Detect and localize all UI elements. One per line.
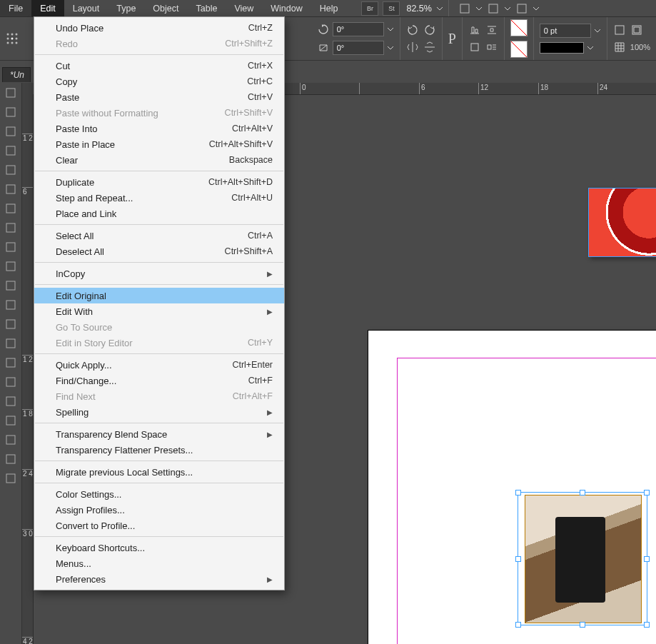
menuitem-paste[interactable]: PasteCtrl+V xyxy=(34,89,284,105)
menuitem-spelling[interactable]: Spelling▶ xyxy=(34,404,284,420)
zoom-tool[interactable] xyxy=(1,392,20,411)
chevron-down-icon[interactable] xyxy=(533,5,540,12)
note-tool[interactable] xyxy=(1,334,20,353)
menuitem-transparency-flattener-presets[interactable]: Transparency Flattener Presets... xyxy=(34,442,284,458)
menuitem-edit-with[interactable]: Edit With▶ xyxy=(34,303,284,319)
handle-tr[interactable] xyxy=(644,490,650,495)
flip-h-icon[interactable] xyxy=(406,41,419,54)
stroke-none-swatch[interactable] xyxy=(510,41,528,58)
page-tool[interactable] xyxy=(1,122,20,141)
pencil-tool[interactable] xyxy=(1,238,20,256)
menuitem-convert-to-profile[interactable]: Convert to Profile... xyxy=(34,518,284,533)
menuitem-select-all[interactable]: Select AllCtrl+A xyxy=(34,228,284,243)
eyedropper-tool[interactable] xyxy=(1,353,20,372)
menu-type[interactable]: Type xyxy=(108,0,144,16)
menuitem-place-and-link[interactable]: Place and Link xyxy=(34,206,284,221)
menu-table[interactable]: Table xyxy=(187,0,226,16)
handle-tm[interactable] xyxy=(580,490,585,495)
pen-tool[interactable] xyxy=(1,218,20,237)
handle-mr[interactable] xyxy=(644,556,650,562)
view-option-icon[interactable] xyxy=(515,2,528,15)
rotate-ccw-icon[interactable] xyxy=(423,24,436,36)
wrap2-icon[interactable] xyxy=(485,41,498,54)
zoom-level[interactable]: 82.5% xyxy=(406,4,431,14)
selection-tool[interactable] xyxy=(1,84,20,102)
handle-ml[interactable] xyxy=(515,556,521,562)
menuitem-paste-in-place[interactable]: Paste in PlaceCtrl+Alt+Shift+V xyxy=(34,136,284,152)
menuitem-undo-place[interactable]: Undo PlaceCtrl+Z xyxy=(34,20,284,36)
handle-tl[interactable] xyxy=(515,490,521,495)
wrap-icon[interactable] xyxy=(468,41,481,54)
screen-tool[interactable] xyxy=(1,469,20,488)
menuitem-menus[interactable]: Menus... xyxy=(34,555,284,571)
menuitem-cut[interactable]: CutCtrl+X xyxy=(34,58,284,74)
grid-icon[interactable] xyxy=(613,41,626,54)
chevron-down-icon[interactable] xyxy=(436,5,443,12)
view-option-icon[interactable] xyxy=(487,2,500,15)
fill-stroke-tool[interactable] xyxy=(1,411,20,430)
content-tool[interactable] xyxy=(1,161,20,179)
chevron-down-icon[interactable] xyxy=(594,27,601,34)
vertical-ruler[interactable]: 1 261 21 82 43 04 2 xyxy=(21,94,34,644)
menuitem-color-settings[interactable]: Color Settings... xyxy=(34,486,284,502)
rotate-cw-icon[interactable] xyxy=(406,24,419,36)
chevron-down-icon[interactable] xyxy=(387,44,394,51)
placed-image-1[interactable] xyxy=(588,188,656,257)
chevron-down-icon[interactable] xyxy=(587,44,594,51)
menuitem-preferences[interactable]: Preferences▶ xyxy=(34,571,284,587)
document-tab[interactable]: *Un xyxy=(2,67,31,82)
menuitem-transparency-blend-space[interactable]: Transparency Blend Space▶ xyxy=(34,426,284,442)
menuitem-clear[interactable]: ClearBackspace xyxy=(34,152,284,168)
menuitem-step-and-repeat[interactable]: Step and Repeat...Ctrl+Alt+U xyxy=(34,190,284,206)
transform-tool[interactable] xyxy=(1,296,20,314)
menuitem-migrate-previous-local-settings[interactable]: Migrate previous Local Settings... xyxy=(34,464,284,480)
menuitem-assign-profiles[interactable]: Assign Profiles... xyxy=(34,502,284,518)
shear-field[interactable]: 0° xyxy=(333,41,384,55)
zoom-pct[interactable]: 100% xyxy=(630,43,650,51)
menuitem-find-change[interactable]: Find/Change...Ctrl+F xyxy=(34,373,284,388)
hand-tool[interactable] xyxy=(1,373,20,391)
menuitem-incopy[interactable]: InCopy▶ xyxy=(34,266,284,281)
chevron-down-icon[interactable] xyxy=(387,26,394,33)
scissors-tool[interactable] xyxy=(1,276,20,295)
gap-tool[interactable] xyxy=(1,141,20,160)
chevron-down-icon[interactable] xyxy=(475,5,483,12)
handle-br[interactable] xyxy=(644,622,650,628)
menu-help[interactable]: Help xyxy=(311,0,347,16)
direct-select-tool[interactable] xyxy=(1,103,20,121)
fill-none-swatch[interactable] xyxy=(510,19,528,36)
gradient-tool[interactable] xyxy=(1,315,20,333)
format-tool[interactable] xyxy=(1,450,20,468)
placed-image-2[interactable] xyxy=(525,495,642,623)
paragraph-style-icon[interactable]: P xyxy=(448,31,456,47)
rotation-field[interactable]: 0° xyxy=(333,22,384,36)
type-tool[interactable] xyxy=(1,180,20,198)
menu-view[interactable]: View xyxy=(226,0,262,16)
stroke-style-swatch[interactable] xyxy=(540,42,584,54)
menuitem-copy[interactable]: CopyCtrl+C xyxy=(34,74,284,89)
menuitem-duplicate[interactable]: DuplicateCtrl+Alt+Shift+D xyxy=(34,174,284,190)
selection-frame[interactable] xyxy=(518,492,647,625)
screen-mode-icon[interactable] xyxy=(613,24,626,36)
menuitem-keyboard-shortcuts[interactable]: Keyboard Shortcuts... xyxy=(34,540,284,555)
handle-bm[interactable] xyxy=(580,622,585,628)
menu-window[interactable]: Window xyxy=(262,0,311,16)
rectangle-tool[interactable] xyxy=(1,257,20,276)
menu-layout[interactable]: Layout xyxy=(64,0,109,16)
distribute-icon[interactable] xyxy=(485,24,498,36)
stroke-weight-field[interactable]: 0 pt xyxy=(540,24,591,38)
chevron-down-icon[interactable] xyxy=(504,5,511,12)
menuitem-quick-apply[interactable]: Quick Apply...Ctrl+Enter xyxy=(34,357,284,373)
menu-edit[interactable]: Edit xyxy=(31,0,64,16)
menuitem-edit-original[interactable]: Edit Original xyxy=(34,288,284,303)
menu-object[interactable]: Object xyxy=(144,0,187,16)
reference-point-icon[interactable] xyxy=(6,32,19,45)
flip-v-icon[interactable] xyxy=(423,41,436,54)
line-tool[interactable] xyxy=(1,199,20,218)
br-button[interactable]: Br xyxy=(361,1,378,16)
st-button[interactable]: St xyxy=(383,1,400,16)
view-option-icon[interactable] xyxy=(458,2,471,15)
menu-file[interactable]: File xyxy=(0,0,31,16)
align-icon[interactable] xyxy=(468,24,481,36)
default-colors-tool[interactable] xyxy=(1,431,20,449)
